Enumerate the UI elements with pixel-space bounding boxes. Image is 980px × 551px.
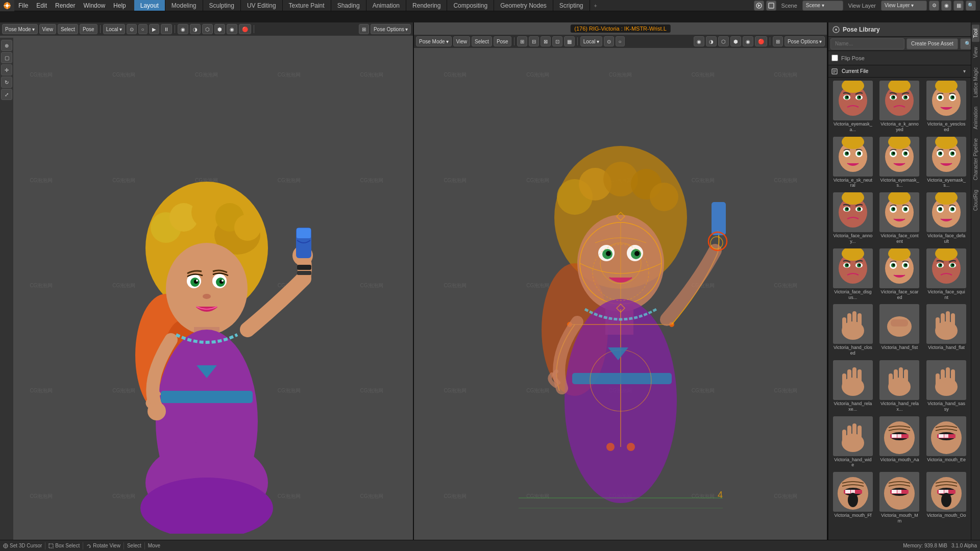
left-tool-scale[interactable]: ⤢ <box>1 89 12 100</box>
left-tool-move[interactable]: ✛ <box>1 64 12 76</box>
flip-pose-checkbox[interactable] <box>831 55 838 61</box>
tab-animation[interactable]: Animation <box>366 0 406 11</box>
pose-item-9[interactable]: Victoria_face_default <box>924 191 969 245</box>
left-tool-select[interactable]: ▢ <box>1 52 12 63</box>
menu-render[interactable]: Render <box>51 0 79 11</box>
left-snap-btn[interactable]: ⊙ <box>127 24 137 34</box>
left-tool-cursor[interactable]: ⊕ <box>1 40 12 51</box>
right-view-icons3[interactable]: ⊠ <box>541 36 551 46</box>
pose-item-6[interactable]: Victoria_eyemask_s... <box>924 136 969 190</box>
left-viewport[interactable]: Pose Mode ▾ View Select Pose Local ▾ ⊙ ○… <box>0 22 414 549</box>
left-view-btn[interactable]: View <box>39 24 57 34</box>
right-view-icons[interactable]: ⊞ <box>517 36 527 46</box>
right-xray-btn[interactable]: ◑ <box>706 36 717 46</box>
right-view-btn[interactable]: View <box>453 36 471 46</box>
tab-shading[interactable]: Shading <box>331 0 366 11</box>
pose-item-15[interactable]: Victoria_hand_flat <box>924 303 969 357</box>
left-split-icon[interactable]: ⊞ <box>359 24 369 34</box>
right-shade-render[interactable]: 🔴 <box>755 36 767 46</box>
menu-edit[interactable]: Edit <box>32 0 51 11</box>
pose-item-21[interactable]: Victoria_mouth_Ee <box>924 415 969 469</box>
right-split-icon[interactable]: ⊞ <box>773 36 783 46</box>
left-shade-render[interactable]: 🔴 <box>239 24 251 34</box>
tab-rendering[interactable]: Rendering <box>406 0 447 11</box>
create-pose-asset-btn[interactable]: Create Pose Asset <box>906 38 958 49</box>
left-shade-solid[interactable]: ⬢ <box>214 24 225 34</box>
menu-window[interactable]: Window <box>79 0 109 11</box>
tab-lattice-magic[interactable]: Lattice Magic <box>972 63 979 102</box>
pose-item-23[interactable]: Victoria_mouth_Mm <box>877 471 922 525</box>
left-overlay-btn[interactable]: ◉ <box>178 24 188 34</box>
pose-item-17[interactable]: Victoria_hand_relax... <box>877 359 922 413</box>
tab-cloudrig[interactable]: CloudRig <box>972 186 979 215</box>
left-icon1[interactable]: ▶ <box>149 24 159 34</box>
left-pose-btn[interactable]: Pose <box>80 24 97 34</box>
right-viewport[interactable]: (176) RIG-Victoria : IK-MSTR-Wrist.L Pos… <box>414 22 828 549</box>
pose-name-input[interactable] <box>830 38 904 49</box>
top-right-icon4[interactable]: 🔍 <box>966 1 976 11</box>
right-snap-btn[interactable]: ⊙ <box>604 36 614 46</box>
pose-item-13[interactable]: Victoria_hand_closed <box>830 303 875 357</box>
tab-texture-paint[interactable]: Texture Paint <box>283 0 331 11</box>
left-proportional-btn[interactable]: ○ <box>138 24 148 34</box>
pose-item-19[interactable]: Victoria_hand_wide <box>830 415 875 469</box>
right-overlay-btn[interactable]: ◉ <box>694 36 704 46</box>
left-transform-btn[interactable]: Local ▾ <box>103 24 125 34</box>
menu-file[interactable]: File <box>14 0 32 11</box>
pose-item-2[interactable]: Victoria_e_k_annoyed <box>877 80 922 134</box>
left-select-btn[interactable]: Select <box>58 24 78 34</box>
pose-item-20[interactable]: Victoria_mouth_Aa <box>877 415 922 469</box>
left-tool-rotate[interactable]: ↻ <box>1 77 12 88</box>
tab-sculpting[interactable]: Sculpting <box>203 0 241 11</box>
right-shade-wire[interactable]: ⬡ <box>718 36 729 46</box>
pose-item-5[interactable]: Victoria_eyemask_s... <box>877 136 922 190</box>
right-pose-btn[interactable]: Pose <box>494 36 511 46</box>
tab-scripting[interactable]: Scripting <box>553 0 590 11</box>
pose-item-1[interactable]: Victoria_eyemask_a... <box>830 80 875 134</box>
tab-geometry-nodes[interactable]: Geometry Nodes <box>494 0 553 11</box>
current-file-label[interactable]: Current File <box>840 67 870 75</box>
scene-select-btn[interactable]: Scene ▾ <box>802 1 843 11</box>
pose-item-3[interactable]: Victoria_e_yesclosed <box>924 80 969 134</box>
right-mode-select[interactable]: Pose Mode ▾ <box>416 36 452 46</box>
flip-pose-label[interactable]: Flip Pose <box>841 55 865 61</box>
pose-item-24[interactable]: Victoria_mouth_Oo <box>924 471 969 525</box>
pose-item-4[interactable]: Victoria_e_sk_neutral <box>830 136 875 190</box>
right-proportional-btn[interactable]: ○ <box>616 36 625 46</box>
pose-item-12[interactable]: Victoria_face_squint <box>924 247 969 302</box>
tab-modeling[interactable]: Modeling <box>165 0 203 11</box>
menu-help[interactable]: Help <box>109 0 130 11</box>
pose-item-14[interactable]: Victoria_hand_fist <box>877 303 922 357</box>
right-transform-btn[interactable]: Local ▾ <box>580 36 602 46</box>
add-workspace-tab[interactable]: + <box>590 0 601 11</box>
viewport-shading-btn[interactable] <box>766 1 776 11</box>
right-pose-options[interactable]: Pose Options ▾ <box>785 36 825 46</box>
pose-item-16[interactable]: Victoria_hand_relaxe... <box>830 359 875 413</box>
tab-layout[interactable]: Layout <box>134 0 165 11</box>
left-icon2[interactable]: ⏸ <box>161 24 172 34</box>
left-pose-options[interactable]: Pose Options ▾ <box>371 24 411 34</box>
right-view-icons4[interactable]: ⊡ <box>552 36 562 46</box>
left-shade-wire[interactable]: ⬡ <box>202 24 213 34</box>
pose-item-11[interactable]: Victoria_face_scared <box>877 247 922 302</box>
left-mode-select[interactable]: Pose Mode ▾ <box>2 24 38 34</box>
tab-animation[interactable]: Animation <box>972 103 979 133</box>
top-right-icon3[interactable]: ▦ <box>953 1 964 11</box>
pose-item-7[interactable]: Victoria_face_annoy... <box>830 191 875 245</box>
lib-filter-btn[interactable]: ▾ <box>961 67 968 75</box>
right-shade-solid[interactable]: ⬢ <box>730 36 741 46</box>
tab-tool[interactable]: Tool <box>972 24 979 42</box>
tab-view[interactable]: View <box>972 43 979 62</box>
pose-item-22[interactable]: Victoria_mouth_Ff <box>830 471 875 525</box>
pose-item-8[interactable]: Victoria_face_content <box>877 191 922 245</box>
tab-character-pipeline[interactable]: Character Pipeline <box>972 134 979 184</box>
view-layer-select-btn[interactable]: View Layer ▾ <box>881 1 927 11</box>
right-view-icons5[interactable]: ▦ <box>564 36 575 46</box>
left-shade-mat[interactable]: ◉ <box>227 24 237 34</box>
left-xray-btn[interactable]: ◑ <box>190 24 201 34</box>
right-select-btn[interactable]: Select <box>472 36 492 46</box>
top-right-icon1[interactable]: ⚙ <box>929 1 939 11</box>
right-shade-mat[interactable]: ◉ <box>743 36 753 46</box>
pose-item-10[interactable]: Victoria_face_disgus... <box>830 247 875 302</box>
pose-item-18[interactable]: Victoria_hand_sassy <box>924 359 969 413</box>
